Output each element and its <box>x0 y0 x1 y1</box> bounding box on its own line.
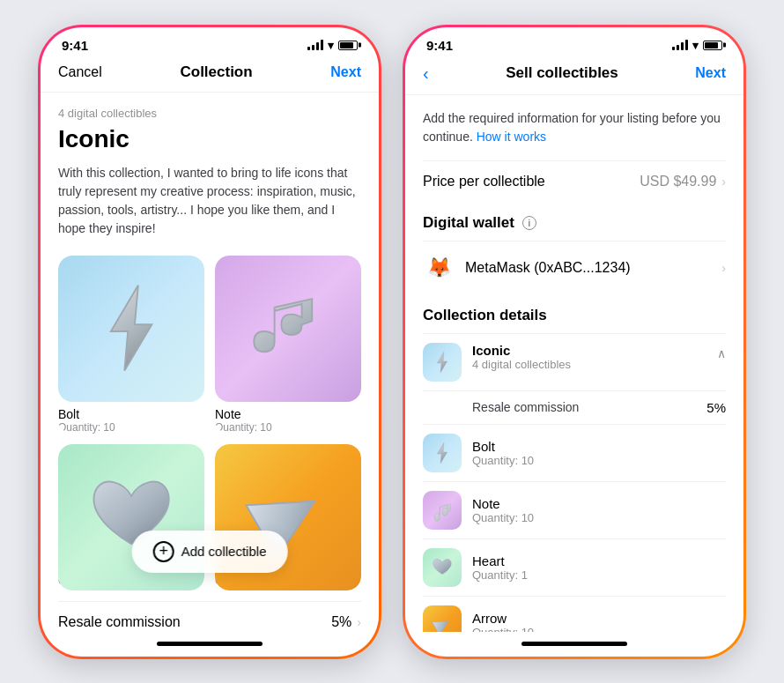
collectible-qty-bolt: Quantity: 10 <box>58 421 204 434</box>
svg-marker-3 <box>437 442 447 463</box>
status-icons-left: ▾ <box>307 39 358 52</box>
metamask-icon: 🦊 <box>423 252 455 284</box>
status-bar-right: 9:41 ▾ <box>405 27 743 56</box>
wifi-icon-right: ▾ <box>692 39 699 52</box>
wallet-heading: Digital wallet i <box>423 202 726 241</box>
collectibles-grid: Bolt Quantity: 10 <box>58 256 361 590</box>
resale-commission-value-right: 5% <box>706 400 726 415</box>
nft-info-heart: Heart Quantity: 1 <box>472 553 528 582</box>
time-right: 9:41 <box>426 38 453 53</box>
collection-nav-title: Collection <box>180 63 252 81</box>
collection-item-img-iconic <box>423 343 462 382</box>
collection-title: Iconic <box>58 125 361 153</box>
how-it-works-link[interactable]: How it works <box>477 130 546 144</box>
resale-value: 5% › <box>331 614 361 630</box>
add-icon: + <box>153 541 174 562</box>
wallet-left: 🦊 MetaMask (0xABC...1234) <box>423 252 631 284</box>
nft-info-bolt: Bolt Quantity: 10 <box>472 439 534 467</box>
left-phone: 9:41 ▾ Cancel Collection Next 4 digital … <box>38 25 381 659</box>
cancel-button[interactable]: Cancel <box>58 64 102 80</box>
collapse-icon[interactable]: ∧ <box>717 346 726 360</box>
home-bar-left <box>157 642 263 646</box>
battery-icon <box>338 41 358 50</box>
nft-item-heart: Heart Quantity: 1 <box>423 538 726 596</box>
wallet-name: MetaMask (0xABC...1234) <box>465 260 631 276</box>
price-label: Price per collectible <box>423 174 545 189</box>
subtitle-text: Add the required information for your li… <box>423 109 726 146</box>
nft-qty-note: Quantity: 10 <box>472 511 534 524</box>
scroll-content-left: 4 digital collectibles Iconic With this … <box>41 93 379 632</box>
resale-commission-right: Resale commission 5% <box>423 390 726 424</box>
collection-count: 4 digital collectibles <box>58 107 361 120</box>
collection-item-iconic: Iconic 4 digital collectibles ∧ <box>423 333 726 390</box>
home-bar-right <box>521 642 627 646</box>
resale-commission-label-right: Resale commission <box>472 400 579 414</box>
resale-pct: 5% <box>331 614 351 630</box>
svg-marker-0 <box>111 286 152 371</box>
nft-item-arrow: Arrow Quantity: 10 <box>423 596 726 632</box>
battery-icon-right <box>703 41 722 50</box>
collectible-card-bolt: Bolt Quantity: 10 <box>58 256 204 434</box>
status-bar-left: 9:41 ▾ <box>41 27 379 56</box>
price-chevron-icon: › <box>721 174 726 189</box>
info-icon[interactable]: i <box>522 216 536 230</box>
collection-details-heading: Collection details <box>423 294 726 333</box>
home-indicator-left <box>41 632 379 657</box>
wifi-icon: ▾ <box>328 39 334 52</box>
scroll-content-right: Add the required information for your li… <box>405 95 743 632</box>
nft-info-note: Note Quantity: 10 <box>472 496 534 524</box>
time-left: 9:41 <box>62 38 88 53</box>
right-phone: 9:41 ▾ ‹ Sell collectibles Next Add the … <box>403 25 746 659</box>
wallet-row[interactable]: 🦊 MetaMask (0xABC...1234) › <box>423 241 726 294</box>
nft-name-bolt: Bolt <box>472 439 534 454</box>
home-indicator-right <box>405 632 743 657</box>
chevron-right-icon: › <box>357 615 361 629</box>
iconic-count: 4 digital collectibles <box>472 358 706 371</box>
nft-name-heart: Heart <box>472 553 528 568</box>
nft-info-arrow: Arrow Quantity: 10 <box>472 611 534 632</box>
price-row[interactable]: Price per collectible USD $49.99 › <box>423 160 726 202</box>
nft-qty-heart: Quantity: 1 <box>472 568 528 582</box>
iconic-name: Iconic <box>472 343 706 358</box>
price-amount: USD $49.99 <box>640 174 716 189</box>
svg-marker-4 <box>433 614 453 631</box>
collectible-name-bolt: Bolt <box>58 407 204 421</box>
nav-bar-right: ‹ Sell collectibles Next <box>405 56 743 95</box>
add-collectible-button[interactable]: + Add collectible <box>132 531 288 573</box>
nft-img-heart <box>423 548 462 587</box>
collectible-image-bolt <box>58 256 204 402</box>
sell-nav-title: Sell collectibles <box>506 64 618 82</box>
nft-qty-arrow: Quantity: 10 <box>472 626 534 632</box>
nft-qty-bolt: Quantity: 10 <box>472 454 534 467</box>
status-icons-right: ▾ <box>672 39 722 52</box>
nft-item-note: Note Quantity: 10 <box>423 481 726 538</box>
next-button-left[interactable]: Next <box>330 64 361 80</box>
price-value: USD $49.99 › <box>640 174 726 189</box>
next-button-right[interactable]: Next <box>695 65 726 81</box>
signal-icon <box>307 40 323 50</box>
collectible-name-note: Note <box>215 407 361 421</box>
wallet-chevron-icon: › <box>721 261 726 275</box>
nft-img-bolt <box>423 434 462 472</box>
nft-img-note <box>423 491 462 530</box>
back-button[interactable]: ‹ <box>423 63 429 84</box>
nft-item-bolt: Bolt Quantity: 10 <box>423 424 726 481</box>
resale-label: Resale commission <box>58 614 181 630</box>
collectible-image-note <box>215 256 361 402</box>
collectible-card-note: Note Quantity: 10 <box>215 256 361 434</box>
collection-item-info-iconic: Iconic 4 digital collectibles <box>472 343 706 371</box>
nft-name-arrow: Arrow <box>472 611 534 626</box>
add-collectible-label: Add collectible <box>181 544 267 559</box>
resale-commission-row[interactable]: Resale commission 5% › <box>58 601 361 632</box>
signal-icon-right <box>672 40 688 50</box>
svg-marker-2 <box>437 352 447 372</box>
nft-img-arrow <box>423 605 462 632</box>
collectible-qty-note: Quantity: 10 <box>215 421 361 434</box>
collection-description: With this collection, I wanted to bring … <box>58 164 361 238</box>
nav-bar-left: Cancel Collection Next <box>41 56 379 93</box>
nft-name-note: Note <box>472 496 534 511</box>
